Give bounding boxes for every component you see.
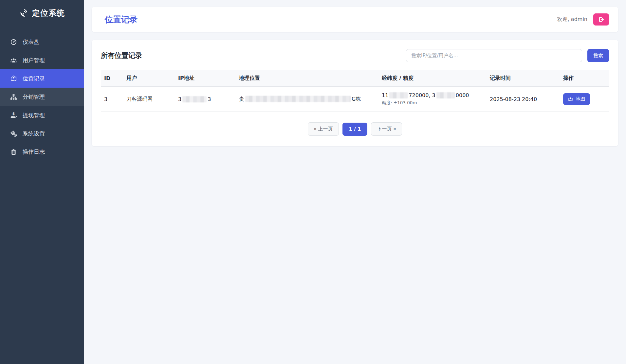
gauge-icon: [10, 39, 17, 45]
table-row: 3 刀客源码网 33 贵G栋 11720000, 30000 精度: ±103.…: [101, 87, 609, 112]
cogs-icon: [10, 130, 17, 137]
ip-visible-start: 3: [178, 96, 181, 102]
location-redacted-blur: [245, 96, 351, 102]
cell-ip: 33: [175, 87, 236, 112]
header-time: 记录时间: [487, 70, 560, 87]
sidebar-item-dashboard[interactable]: 仪表盘: [0, 33, 84, 51]
sidebar-item-label: 用户管理: [23, 57, 45, 64]
map-marked-icon: [10, 75, 17, 82]
hand-holding-usd-icon: $: [10, 112, 17, 119]
current-page-indicator[interactable]: 1 / 1: [342, 123, 368, 136]
sidebar-item-label: 位置记录: [23, 75, 45, 82]
welcome-text: 欢迎, admin: [557, 16, 587, 23]
main-area: 位置记录 欢迎, admin 所有位置记录 搜索: [84, 0, 626, 153]
cell-time: 2025-08-23 20:40: [487, 87, 560, 112]
card-title: 所有位置记录: [101, 51, 142, 60]
ip-redacted-blur: [182, 96, 207, 102]
search-button[interactable]: 搜索: [587, 49, 609, 62]
coord-redacted-blur-1: [389, 92, 408, 98]
pagination: « 上一页 1 / 1 下一页 »: [101, 122, 609, 136]
next-page-button[interactable]: 下一页 »: [371, 122, 402, 136]
sidebar-item-label: 仪表盘: [23, 38, 39, 46]
page-title: 位置记录: [105, 14, 138, 25]
accuracy-text: 精度: ±103.00m: [382, 100, 483, 106]
table-header-row: ID 用户 IP地址 地理位置 经纬度 / 精度 记录时间 操作: [101, 70, 609, 87]
cell-id: 3: [101, 87, 123, 112]
satellite-dish-icon: [19, 9, 28, 17]
sidebar-item-label: 操作日志: [23, 148, 45, 156]
clipboard-list-icon: [10, 148, 17, 155]
header-right: 欢迎, admin: [557, 13, 609, 26]
coord-visible-mid: 720000, 3: [409, 92, 435, 98]
sidebar: 定位系统 仪表盘: [0, 0, 84, 364]
search-area: 搜索: [406, 49, 609, 62]
sidebar-item-logs[interactable]: 操作日志: [0, 143, 84, 161]
header-coordinates: 经纬度 / 精度: [378, 70, 487, 87]
coord-redacted-blur-2: [436, 92, 455, 98]
svg-text:$: $: [12, 112, 14, 115]
records-card: 所有位置记录 搜索 ID 用户 IP地址 地理位置 经纬度 / 精度 记录时间 …: [92, 40, 618, 146]
logout-button[interactable]: [593, 13, 609, 26]
map-button-label: 地图: [576, 96, 585, 102]
sitemap-icon: [10, 94, 17, 100]
sidebar-item-label: 系统设置: [23, 130, 45, 137]
header-actions: 操作: [560, 70, 609, 87]
prev-page-button[interactable]: « 上一页: [308, 122, 339, 136]
users-icon: [10, 57, 17, 64]
sidebar-item-withdrawals[interactable]: $ 提现管理: [0, 106, 84, 124]
app-title: 定位系统: [32, 8, 65, 18]
sidebar-item-users[interactable]: 用户管理: [0, 51, 84, 69]
map-marked-icon: [568, 97, 573, 102]
map-button[interactable]: 地图: [563, 93, 590, 105]
card-top: 所有位置记录 搜索: [101, 49, 609, 62]
cell-user: 刀客源码网: [123, 87, 175, 112]
location-visible-end: G栋: [352, 96, 361, 102]
cell-coordinates: 11720000, 30000 精度: ±103.00m: [378, 87, 487, 112]
ip-visible-end: 3: [208, 96, 211, 102]
sidebar-item-label: 提现管理: [23, 112, 45, 119]
header-location: 地理位置: [236, 70, 378, 87]
header-ip: IP地址: [175, 70, 236, 87]
records-table: ID 用户 IP地址 地理位置 经纬度 / 精度 记录时间 操作 3 刀客源码网…: [101, 70, 609, 112]
search-input[interactable]: [406, 49, 582, 62]
sidebar-item-distribution[interactable]: 分销管理: [0, 88, 84, 106]
header-user: 用户: [123, 70, 175, 87]
sign-out-icon: [598, 16, 604, 23]
cell-location: 贵G栋: [236, 87, 378, 112]
coord-visible-start: 11: [382, 92, 388, 98]
sidebar-menu: 仪表盘 用户管理 位置记录: [0, 26, 84, 161]
cell-actions: 地图: [560, 87, 609, 112]
header-id: ID: [101, 70, 123, 87]
coordinates-line: 11720000, 30000: [382, 92, 483, 98]
page-header: 位置记录 欢迎, admin: [92, 7, 618, 32]
sidebar-item-location-records[interactable]: 位置记录: [0, 69, 84, 88]
location-visible-start: 贵: [239, 96, 244, 102]
sidebar-item-settings[interactable]: 系统设置: [0, 124, 84, 143]
sidebar-item-label: 分销管理: [23, 93, 45, 101]
coord-visible-end: 0000: [456, 92, 469, 98]
app-logo: 定位系统: [0, 0, 84, 26]
